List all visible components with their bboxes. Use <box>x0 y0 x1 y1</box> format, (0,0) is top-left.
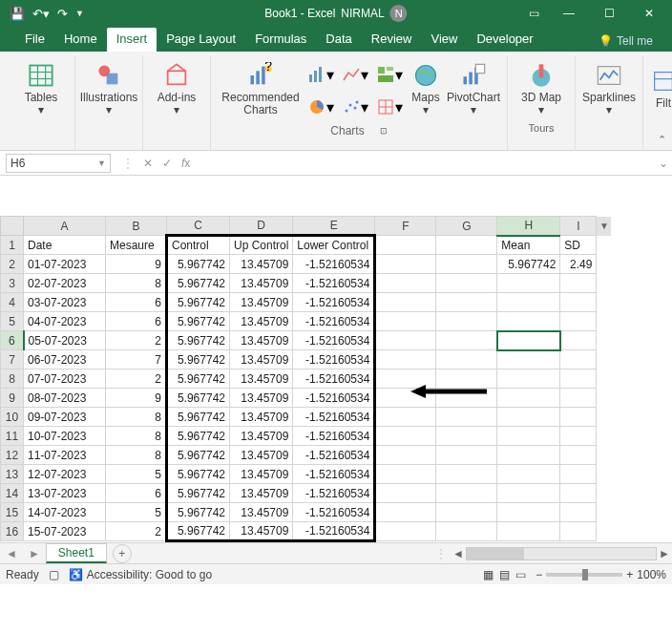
col-header[interactable]: I <box>560 217 597 236</box>
row-header[interactable]: 13 <box>1 465 24 484</box>
cell[interactable] <box>436 331 497 350</box>
cell[interactable] <box>497 522 560 541</box>
row-header[interactable]: 4 <box>1 293 24 312</box>
tab-data[interactable]: Data <box>316 28 361 52</box>
row-header[interactable]: 3 <box>1 274 24 293</box>
cell[interactable]: -1.52160534 <box>293 408 375 427</box>
cell[interactable] <box>375 446 436 465</box>
cell[interactable]: 15-07-2023 <box>24 522 106 541</box>
cell[interactable] <box>375 427 436 446</box>
cell[interactable]: 8 <box>106 274 167 293</box>
chevron-down-icon[interactable]: ▼ <box>97 158 106 168</box>
col-header[interactable]: H <box>497 217 560 236</box>
cell[interactable]: -1.52160534 <box>293 350 375 369</box>
cell[interactable]: 03-07-2023 <box>24 293 106 312</box>
cell[interactable] <box>375 408 436 427</box>
cell[interactable] <box>436 503 497 522</box>
cell[interactable] <box>560 408 597 427</box>
cell[interactable] <box>436 465 497 484</box>
row-header[interactable]: 1 <box>1 236 24 255</box>
cell[interactable] <box>497 389 560 408</box>
normal-view-icon[interactable]: ▦ <box>483 568 494 581</box>
cell[interactable] <box>560 446 597 465</box>
spreadsheet[interactable]: A B C D E F G H I ▲ ▼ 1 Date Mesaure Con… <box>0 216 672 542</box>
cell[interactable] <box>375 484 436 503</box>
row-header[interactable]: 7 <box>1 350 24 369</box>
redo-icon[interactable]: ↷ <box>57 7 68 21</box>
cell[interactable]: 5.967742 <box>167 522 230 541</box>
fx-icon[interactable]: fx <box>181 157 190 170</box>
tab-formulas[interactable]: Formulas <box>245 28 316 52</box>
cell[interactable]: 13.45709 <box>230 350 293 369</box>
save-icon[interactable]: 💾 <box>10 7 25 21</box>
pie-chart-icon[interactable]: ▾ <box>304 92 337 122</box>
cell[interactable]: -1.52160534 <box>293 331 375 350</box>
zoom-out-icon[interactable]: − <box>536 568 542 581</box>
cell[interactable] <box>436 274 497 293</box>
cell[interactable] <box>436 484 497 503</box>
account-button[interactable]: NIRMAL N <box>341 5 407 22</box>
qat-more-icon[interactable]: ▼ <box>75 9 84 18</box>
cell[interactable] <box>497 427 560 446</box>
cell[interactable]: 2 <box>106 369 167 389</box>
cell[interactable]: 06-07-2023 <box>24 350 106 369</box>
surface-chart-icon[interactable]: ▾ <box>373 92 406 122</box>
cell[interactable]: 13.45709 <box>230 331 293 350</box>
tab-view[interactable]: View <box>421 28 467 52</box>
cell[interactable] <box>436 312 497 331</box>
cell[interactable]: Lower Control <box>293 236 375 255</box>
cell[interactable]: 2.49 <box>560 255 597 274</box>
col-header[interactable]: B <box>106 217 167 236</box>
cell[interactable] <box>560 389 597 408</box>
cell[interactable] <box>497 503 560 522</box>
cell[interactable]: -1.52160534 <box>293 503 375 522</box>
cell[interactable]: 13.45709 <box>230 522 293 541</box>
select-all-cell[interactable] <box>1 217 24 236</box>
sheet-tab[interactable]: Sheet1 <box>46 543 107 563</box>
cell[interactable]: -1.52160534 <box>293 446 375 465</box>
tab-page-layout[interactable]: Page Layout <box>157 28 245 52</box>
cell[interactable]: 5.967742 <box>167 389 230 408</box>
cell[interactable] <box>497 312 560 331</box>
cell[interactable] <box>375 331 436 350</box>
cell[interactable]: -1.52160534 <box>293 389 375 408</box>
cell[interactable]: 13.45709 <box>230 389 293 408</box>
cell[interactable]: -1.52160534 <box>293 465 375 484</box>
expand-formula-bar-icon[interactable]: ⌄ <box>655 157 672 170</box>
cell[interactable] <box>560 484 597 503</box>
cell[interactable] <box>560 465 597 484</box>
cell[interactable]: Mean <box>497 236 560 255</box>
cell[interactable]: 8 <box>106 446 167 465</box>
cell[interactable] <box>375 236 436 255</box>
horizontal-scrollbar[interactable]: ⋮ ◄ ► <box>431 545 672 562</box>
charts-launcher-icon[interactable]: ⊡ <box>380 126 388 136</box>
cell[interactable]: 8 <box>106 427 167 446</box>
cell[interactable]: 09-07-2023 <box>24 408 106 427</box>
hierarchy-chart-icon[interactable]: ▾ <box>373 59 406 90</box>
cell[interactable] <box>560 293 597 312</box>
cell[interactable] <box>436 293 497 312</box>
map3d-button[interactable]: 3D Map▾ <box>514 57 569 120</box>
cell[interactable]: 02-07-2023 <box>24 274 106 293</box>
row-header[interactable]: 6 <box>1 331 24 350</box>
cell[interactable] <box>436 369 497 389</box>
scroll-down-icon[interactable]: ▼ <box>597 221 611 236</box>
cell[interactable] <box>560 522 597 541</box>
cell[interactable]: 07-07-2023 <box>24 369 106 389</box>
cell[interactable]: 5 <box>106 503 167 522</box>
cell[interactable]: 9 <box>106 389 167 408</box>
cell[interactable] <box>436 408 497 427</box>
cell[interactable]: -1.52160534 <box>293 369 375 389</box>
cell[interactable]: 9 <box>106 255 167 274</box>
cell[interactable] <box>560 503 597 522</box>
cell[interactable]: -1.52160534 <box>293 312 375 331</box>
tab-file[interactable]: File <box>15 28 54 52</box>
col-header[interactable]: D <box>230 217 293 236</box>
col-header[interactable]: F <box>375 217 436 236</box>
cell[interactable]: 2 <box>106 522 167 541</box>
add-sheet-icon[interactable]: + <box>113 544 132 563</box>
tab-insert[interactable]: Insert <box>107 28 158 52</box>
cell[interactable] <box>497 369 560 389</box>
ribbon-display-options-icon[interactable]: ▭ <box>519 0 548 27</box>
macro-record-icon[interactable]: ▢ <box>49 568 59 581</box>
